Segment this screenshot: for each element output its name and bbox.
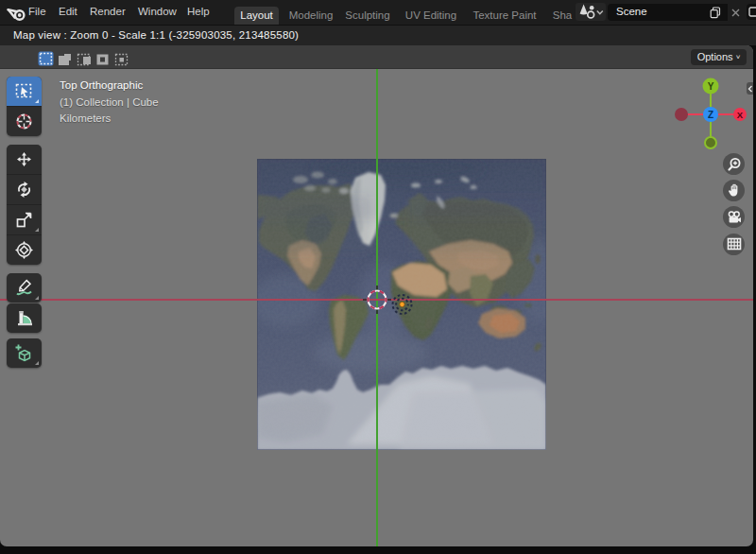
- svg-text:Z: Z: [708, 110, 713, 120]
- svg-text:X: X: [737, 110, 744, 120]
- svg-text:Y: Y: [708, 81, 714, 92]
